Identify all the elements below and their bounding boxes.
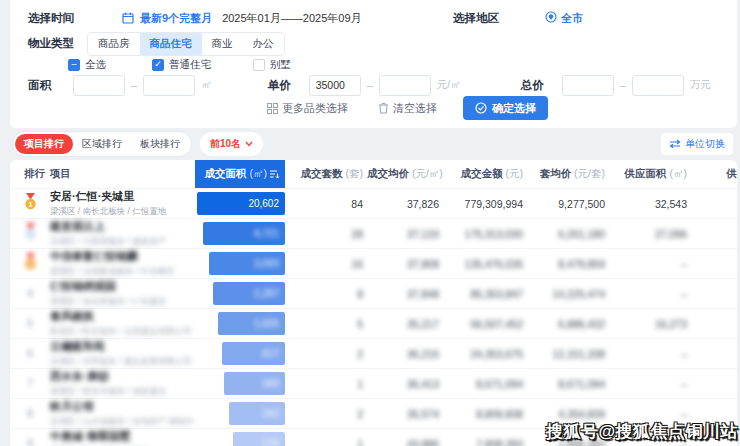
medal-icon: 1 [23, 193, 38, 214]
supply-value: – [609, 408, 691, 420]
checkbox-select-all[interactable]: – 全选 [68, 58, 106, 72]
table-header-row: 排行 项目 成交面积 (㎡) 成交套数 (套) 成交均价 (元/㎡) 成交金额 … [10, 160, 737, 188]
area-unit: ㎡ [201, 78, 212, 92]
filter-panel: 选择时间 最新9个完整月 2025年01月——2025年09月 选择地区 全市 … [10, 0, 737, 128]
trash-icon [378, 102, 389, 114]
project-name: 映月公馆 [50, 399, 195, 414]
tab-region-ranking[interactable]: 区域排行 [73, 134, 131, 154]
col-header-amount[interactable]: 成交金额 (元) [443, 167, 527, 181]
project-location: 梁溪区 / 太湖新城板块 / 中信泰富 [50, 266, 195, 278]
confirm-selection-button[interactable]: 确定选择 [463, 96, 548, 120]
area-bar-cell: 176 [195, 432, 285, 446]
area-bar-cell: 4,721 [195, 222, 285, 245]
amount-value: 8,809,838 [443, 408, 527, 420]
checkbox-empty-icon [253, 59, 265, 71]
tab-commercial-housing[interactable]: 商品房 [88, 33, 140, 55]
area-bar-cell: 617 [195, 342, 285, 365]
sets-value: 2 [285, 408, 367, 420]
sets-value: 84 [285, 198, 367, 210]
subtype-checkbox-row: – 全选 ✓ 普通住宅 别墅 [10, 57, 737, 72]
project-location: 梁溪区 / 清名桥板块 / 仁恒置业 [50, 296, 195, 308]
table-row[interactable]: 5 春风晓筑 新吴区 / 旺庄板块 / 太湖置业有限公司 1,605 5 35,… [10, 308, 737, 338]
project-name: 中奥城·翡翠园墅 [50, 429, 195, 444]
total-price-max-input[interactable] [632, 75, 684, 96]
region-label: 选择地区 [453, 11, 499, 26]
swap-icon [669, 139, 681, 149]
svg-text:2: 2 [28, 230, 32, 239]
col-header-sets[interactable]: 成交套数 (套) [285, 167, 367, 181]
table-row[interactable]: 3 3 中信泰富仁恒锦麟 梁溪区 / 太湖新城板块 / 中信泰富 3,093 1… [10, 248, 737, 278]
unit-switch-button[interactable]: 单位切换 [661, 133, 733, 155]
area-max-input[interactable] [143, 75, 195, 96]
grid-icon [267, 103, 278, 114]
avg-per-set-value: 14,225,474 [527, 288, 609, 300]
rank-number: 6 [27, 348, 33, 359]
total-price-min-input[interactable] [562, 75, 614, 96]
avg-price-value: 36,215 [367, 348, 443, 360]
col-header-avg-per-set[interactable]: 套均价 (元/套) [527, 167, 609, 181]
chevron-down-icon [245, 141, 253, 147]
avg-price-value: 35,574 [367, 408, 443, 420]
project-location: 梁溪区 / 南长北板块 / 仁恒置地 [50, 206, 195, 218]
area-bar-cell: 349 [195, 372, 285, 395]
latest-months-link[interactable]: 最新9个完整月 [140, 11, 212, 26]
filter-actions-row: 更多品类选择 清空选择 确定选择 [10, 96, 737, 120]
tab-business[interactable]: 商业 [202, 33, 243, 55]
ranking-tabs: 项目排行 区域排行 板块排行 [12, 131, 192, 157]
area-value: 349 [262, 378, 279, 389]
avg-per-set-value: 6,261,180 [527, 228, 609, 240]
unit-price-min-input[interactable] [309, 75, 361, 96]
area-bar: 617 [222, 342, 285, 365]
table-row[interactable]: 1 1 安居·仁恒·夹城里 梁溪区 / 南长北板块 / 仁恒置地 20,602 … [10, 188, 737, 218]
col-header-supply-area[interactable]: 供应面积 (㎡) [609, 167, 691, 181]
amount-value: 85,353,847 [443, 288, 527, 300]
supply-value: 27,096 [609, 228, 691, 240]
tab-project-ranking[interactable]: 项目排行 [15, 134, 73, 154]
amount-value: 779,309,994 [443, 198, 527, 210]
checkbox-normal-residence[interactable]: ✓ 普通住宅 [152, 58, 211, 72]
more-category-button[interactable]: 更多品类选择 [267, 101, 348, 116]
sets-value: 16 [285, 258, 367, 270]
area-bar: 2,287 [213, 282, 285, 305]
area-bar: 242 [229, 402, 285, 425]
area-bar: 20,602 [197, 192, 285, 215]
avg-price-value: 37,848 [367, 288, 443, 300]
unit-price-label: 单价 [268, 78, 291, 93]
tab-office[interactable]: 办公 [243, 33, 284, 55]
avg-per-set-value: 8,671,094 [527, 378, 609, 390]
rank-number: 4 [27, 288, 33, 299]
avg-per-set-value: 6,886,432 [527, 318, 609, 330]
area-value: 1,605 [254, 318, 279, 329]
area-value: 176 [262, 438, 279, 446]
area-bar-cell: 1,605 [195, 312, 285, 335]
checkbox-villa[interactable]: 别墅 [253, 58, 291, 72]
avg-per-set-value: 12,151,338 [527, 348, 609, 360]
table-row[interactable]: 2 2 建发观云上 滨湖区 / 大桥西板块 / 建发房产 4,721 28 37… [10, 218, 737, 248]
tab-block-ranking[interactable]: 板块排行 [131, 134, 189, 154]
project-name: 安居·仁恒·夹城里 [50, 189, 195, 204]
col-header-avg-price[interactable]: 成交均价 (元/㎡) [367, 167, 443, 181]
tab-residential[interactable]: 商品住宅 [140, 33, 202, 55]
table-row[interactable]: 7 西水东·康邸 梁溪区 / 崇安寺板块 / 城发置业 349 1 36,413… [10, 368, 737, 398]
col-header-area-sorted[interactable]: 成交面积 (㎡) [195, 160, 285, 188]
supply-value: – [609, 348, 691, 360]
rank-number: 7 [27, 378, 33, 389]
date-range-value[interactable]: 2025年01月——2025年09月 [222, 11, 361, 26]
region-value[interactable]: 全市 [561, 11, 583, 26]
area-value: 617 [262, 348, 279, 359]
area-min-input[interactable] [73, 75, 125, 96]
project-location: 滨湖区 / 河埒板块 / 置业发展有限公司 [50, 356, 195, 368]
sets-value: 2 [285, 348, 367, 360]
table-row[interactable]: 6 云樾庭和苑 滨湖区 / 河埒板块 / 置业发展有限公司 617 2 36,2… [10, 338, 737, 368]
area-bar: 1,605 [218, 312, 285, 335]
unit-price-max-input[interactable] [379, 75, 431, 96]
avg-price-value: 37,808 [367, 258, 443, 270]
table-row[interactable]: 4 仁恒锦绣观园 梁溪区 / 清名桥板块 / 仁恒置业 2,287 8 37,8… [10, 278, 737, 308]
area-bar: 4,721 [203, 222, 285, 245]
area-bar: 349 [224, 372, 285, 395]
avg-price-value: 35,217 [367, 318, 443, 330]
col-header-rank: 排行 [10, 167, 50, 181]
top-n-dropdown[interactable]: 前10名 [200, 132, 263, 156]
project-name: 仁恒锦绣观园 [50, 279, 195, 294]
clear-selection-button[interactable]: 清空选择 [378, 101, 437, 116]
